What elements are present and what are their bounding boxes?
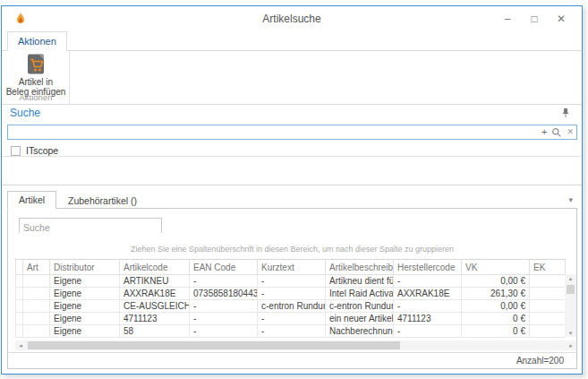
- cell[interactable]: AXXRAK18E: [394, 288, 462, 300]
- cell[interactable]: -: [258, 325, 326, 338]
- cell[interactable]: 0 €: [462, 313, 530, 325]
- search-input[interactable]: [10, 125, 529, 139]
- cell[interactable]: -: [258, 275, 326, 288]
- grid-body: EigeneARTIKNEU--Artikneu dient für...-0,…: [16, 275, 566, 338]
- column-header[interactable]: EAN Code: [190, 260, 258, 275]
- cell[interactable]: Eigene: [50, 288, 120, 300]
- itscope-checkbox-row: ITscope: [11, 145, 58, 156]
- cell[interactable]: -: [394, 275, 462, 288]
- cell[interactable]: 4711123: [120, 313, 190, 325]
- column-header[interactable]: Artikelbeschreibung: [326, 260, 394, 275]
- cell[interactable]: [530, 275, 566, 288]
- minimize-button[interactable]: –: [494, 13, 521, 25]
- row-indicator[interactable]: [16, 313, 23, 325]
- cell[interactable]: 0,00 €: [462, 300, 530, 313]
- cell[interactable]: -: [394, 300, 462, 313]
- cell[interactable]: 0 €: [462, 325, 530, 338]
- column-header[interactable]: VK: [462, 260, 530, 275]
- itscope-checkbox[interactable]: [11, 146, 21, 156]
- vertical-scrollbar[interactable]: ▴ ▾: [565, 274, 576, 337]
- tab-artikel[interactable]: Artikel: [7, 191, 56, 209]
- cell[interactable]: -: [258, 313, 326, 325]
- scroll-left-icon[interactable]: ◂: [15, 342, 26, 349]
- add-icon[interactable]: +: [541, 125, 547, 139]
- cell[interactable]: -: [258, 288, 326, 300]
- cell[interactable]: [23, 275, 50, 288]
- cell[interactable]: ARTIKNEU: [120, 275, 190, 288]
- cell[interactable]: Eigene: [50, 300, 120, 313]
- table-row[interactable]: EigeneCE-AUSGLEICHS.A...-c-entron Rundun…: [16, 300, 566, 313]
- search-icon[interactable]: [551, 127, 562, 138]
- clear-icon[interactable]: ✕: [567, 125, 574, 139]
- cell[interactable]: [23, 325, 50, 338]
- ribbon-body: Artikel in Beleg einfügen Aktionen: [2, 51, 582, 105]
- cell[interactable]: [23, 300, 50, 313]
- column-header[interactable]: Distributor: [50, 260, 120, 275]
- cell[interactable]: 261,30 €: [462, 288, 530, 300]
- cell[interactable]: -: [394, 325, 462, 338]
- row-indicator-header: [16, 260, 23, 275]
- column-header[interactable]: EK: [530, 260, 566, 275]
- main-search-field: + ✕: [7, 125, 577, 140]
- cell[interactable]: 4711123: [394, 313, 462, 325]
- grid-header-row: ArtDistributorArtikelcodeEAN CodeKurztex…: [16, 260, 566, 275]
- cell[interactable]: 0,00 €: [462, 275, 530, 288]
- cell[interactable]: Eigene: [50, 275, 120, 288]
- cell[interactable]: Eigene: [50, 313, 120, 325]
- column-header[interactable]: Artikelcode: [120, 260, 190, 275]
- cell[interactable]: -: [190, 313, 258, 325]
- row-indicator[interactable]: [16, 325, 23, 338]
- cell[interactable]: 58: [120, 325, 190, 338]
- chevron-down-icon[interactable]: ▾: [568, 195, 573, 204]
- table-row[interactable]: Eigene58--Nachberechnungsa...-0 €: [16, 325, 566, 338]
- artikel-tab-panel: Ziehen Sie eine Spaltenüberschrift in di…: [7, 208, 577, 369]
- grid-filter-input[interactable]: [20, 221, 161, 235]
- table-row[interactable]: EigeneAXXRAK18E0735858180443-Intel Raid …: [16, 288, 566, 300]
- cell[interactable]: c-entron Rundung...: [258, 300, 326, 313]
- row-indicator[interactable]: [16, 275, 23, 288]
- cell[interactable]: [530, 313, 566, 325]
- row-indicator[interactable]: [16, 300, 23, 313]
- column-header[interactable]: Herstellercode: [394, 260, 462, 275]
- cell[interactable]: Nachberechnungsa...: [326, 325, 394, 338]
- cell[interactable]: -: [190, 325, 258, 338]
- cell[interactable]: Artikneu dient für...: [326, 275, 394, 288]
- scroll-right-icon[interactable]: ▸: [566, 342, 576, 349]
- row-indicator[interactable]: [16, 288, 23, 300]
- scroll-down-icon[interactable]: ▾: [569, 329, 573, 337]
- table-row[interactable]: Eigene4711123--ein neuer Artikel47111230…: [16, 313, 566, 325]
- cell[interactable]: [23, 288, 50, 300]
- cell[interactable]: [530, 288, 566, 300]
- scroll-up-icon[interactable]: ▴: [569, 274, 573, 282]
- cell[interactable]: 0735858180443: [190, 288, 258, 300]
- vertical-scroll-thumb[interactable]: [567, 285, 575, 294]
- ribbon-tab-aktionen[interactable]: Aktionen: [7, 31, 67, 51]
- cell[interactable]: -: [190, 275, 258, 288]
- cell[interactable]: Intel Raid Activatio...: [326, 288, 394, 300]
- close-button[interactable]: ✕: [548, 13, 575, 25]
- cell[interactable]: c-entron Rundung...: [326, 300, 394, 313]
- cell[interactable]: [23, 313, 50, 325]
- cell[interactable]: AXXRAK18E: [120, 288, 190, 300]
- artikelsuche-window: Artikelsuche – □ ✕ Aktionen: [1, 5, 583, 375]
- artikel-in-beleg-einfuegen-button[interactable]: Artikel in Beleg einfügen: [2, 53, 70, 97]
- table-row[interactable]: EigeneARTIKNEU--Artikneu dient für...-0,…: [16, 275, 566, 288]
- ribbon-tab-strip: Aktionen: [2, 31, 582, 51]
- cell[interactable]: -: [190, 300, 258, 313]
- column-header[interactable]: Art: [23, 260, 50, 275]
- cell[interactable]: ein neuer Artikel: [326, 313, 394, 325]
- horizontal-scrollbar[interactable]: ◂ ▸: [15, 340, 576, 350]
- cell[interactable]: [530, 300, 566, 313]
- pin-icon[interactable]: [559, 107, 572, 119]
- screen: Artikelsuche – □ ✕ Aktionen: [0, 0, 588, 379]
- tab-zubehoerartikel[interactable]: Zubehörartikel (): [57, 193, 148, 209]
- column-header[interactable]: Kurztext: [258, 260, 326, 275]
- maximize-button[interactable]: □: [521, 13, 548, 25]
- cell[interactable]: Eigene: [50, 325, 120, 338]
- results-preview-area: [2, 156, 582, 185]
- title-bar: Artikelsuche – □ ✕: [2, 6, 582, 31]
- cart-document-icon: [25, 53, 47, 75]
- cell[interactable]: [530, 325, 566, 338]
- horizontal-scroll-thumb[interactable]: [28, 341, 400, 349]
- cell[interactable]: CE-AUSGLEICHS.A...: [120, 300, 190, 313]
